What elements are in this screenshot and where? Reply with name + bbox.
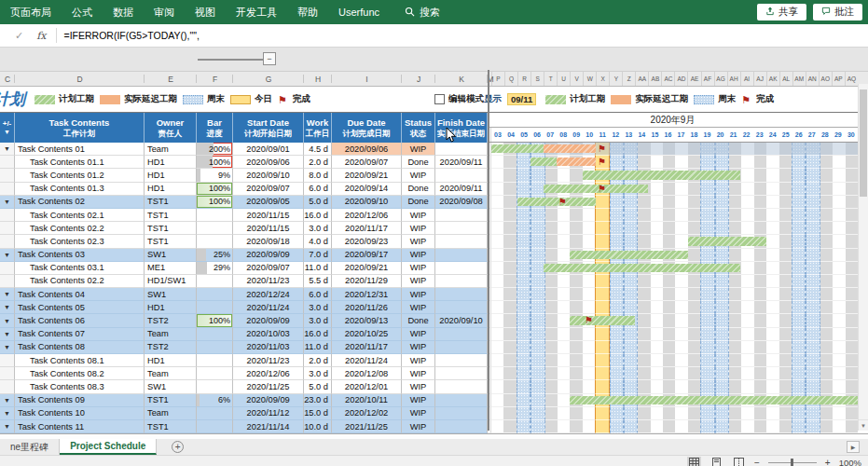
cell-work-days[interactable]: 3.0 d bbox=[304, 367, 332, 380]
table-header-toggle[interactable]: +/-▼ bbox=[0, 113, 15, 143]
sheet-tab-1[interactable]: Project Schedule bbox=[60, 439, 157, 455]
cell-due-date[interactable]: 2020/11/24 bbox=[332, 354, 402, 367]
cell-task[interactable]: Task Contents 08.3 bbox=[15, 380, 145, 393]
cell-progress-bar[interactable] bbox=[197, 420, 233, 433]
cell-owner[interactable]: HD1 bbox=[145, 183, 197, 196]
column-header-C[interactable]: C bbox=[5, 72, 10, 86]
cell-progress-bar[interactable] bbox=[197, 341, 233, 354]
day-header-23[interactable]: 23 bbox=[753, 128, 766, 142]
column-header-D[interactable]: D bbox=[76, 72, 82, 86]
zoom-slider[interactable] bbox=[768, 462, 817, 463]
cell-status[interactable]: WIP bbox=[402, 394, 435, 407]
cell-due-date[interactable]: 2021/11/25 bbox=[332, 420, 402, 433]
cell-owner[interactable]: TST1 bbox=[145, 420, 197, 433]
day-header-13[interactable]: 13 bbox=[622, 128, 635, 142]
column-header-K[interactable]: K bbox=[459, 72, 464, 86]
table-header-start[interactable]: Start Date计划开始日期 bbox=[233, 113, 304, 143]
display-date-chip[interactable]: 09/11 bbox=[507, 93, 536, 105]
gantt-row[interactable] bbox=[491, 209, 858, 222]
cell-status[interactable]: WIP bbox=[402, 169, 435, 182]
cell-status[interactable]: Done bbox=[402, 314, 435, 327]
cell-progress-bar[interactable]: 29% bbox=[197, 262, 233, 275]
tab-scroll-right-button[interactable]: ▶ bbox=[847, 441, 860, 453]
day-header-30[interactable]: 30 bbox=[845, 128, 858, 142]
gantt-row[interactable] bbox=[491, 367, 858, 380]
cell-finish-date[interactable] bbox=[435, 222, 488, 235]
table-header-task[interactable]: Task Contents工作计划 bbox=[15, 113, 145, 143]
column-header-AQ[interactable]: AQ bbox=[845, 72, 858, 86]
table-header-finish[interactable]: Finish Date实际结束日期 bbox=[435, 113, 488, 143]
column-header-X[interactable]: X bbox=[596, 72, 609, 86]
cell-start-date[interactable]: 2020/10/03 bbox=[233, 328, 304, 341]
cell-work-days[interactable]: 3.0 d bbox=[304, 301, 332, 314]
day-header-29[interactable]: 29 bbox=[832, 128, 845, 142]
cell-work-days[interactable]: 2.0 d bbox=[304, 354, 332, 367]
day-header-19[interactable]: 19 bbox=[701, 128, 714, 142]
column-header-F[interactable]: F bbox=[213, 72, 217, 86]
cell-owner[interactable]: TST1 bbox=[145, 209, 197, 222]
day-header-12[interactable]: 12 bbox=[609, 128, 622, 142]
ribbon-tab-0[interactable]: 页面布局 bbox=[0, 0, 62, 24]
cell-work-days[interactable]: 5.5 d bbox=[304, 275, 332, 288]
cell-finish-date[interactable] bbox=[435, 275, 488, 288]
gantt-row[interactable]: ⚑ bbox=[491, 314, 858, 327]
gantt-row[interactable] bbox=[491, 301, 858, 314]
cell-status[interactable]: WIP bbox=[402, 209, 435, 222]
cell-work-days[interactable]: 6.0 d bbox=[304, 183, 332, 196]
zoom-slider-thumb[interactable] bbox=[791, 459, 793, 466]
gantt-row[interactable] bbox=[491, 328, 858, 341]
column-header-J[interactable]: J bbox=[417, 72, 420, 86]
cell-start-date[interactable]: 2020/12/24 bbox=[233, 288, 304, 301]
cell-work-days[interactable]: 4.0 d bbox=[304, 235, 332, 248]
cell-due-date[interactable]: 2020/10/25 bbox=[332, 328, 402, 341]
gantt-row[interactable]: ⚑ bbox=[491, 183, 858, 196]
column-header-AF[interactable]: AF bbox=[701, 72, 714, 86]
cell-work-days[interactable]: 5.0 d bbox=[304, 380, 332, 393]
day-header-18[interactable]: 18 bbox=[687, 128, 700, 142]
cell-task[interactable]: Task Contents 01.1 bbox=[15, 156, 145, 169]
cell-task[interactable]: Task Contents 04 bbox=[15, 288, 145, 301]
zoom-level[interactable]: 100% bbox=[839, 458, 861, 466]
cell-start-date[interactable]: 2020/09/09 bbox=[233, 394, 304, 407]
page-break-view-button[interactable] bbox=[732, 457, 746, 466]
cell-start-date[interactable]: 2020/11/12 bbox=[233, 407, 304, 420]
scroll-slider-button[interactable]: − bbox=[263, 52, 276, 65]
column-header-H[interactable]: H bbox=[315, 72, 321, 86]
cell-progress-bar[interactable] bbox=[197, 235, 233, 248]
cell-progress-bar[interactable] bbox=[197, 275, 233, 288]
cell-status[interactable]: Done bbox=[402, 196, 435, 209]
cell-start-date[interactable]: 2020/11/25 bbox=[233, 380, 304, 393]
cell-start-date[interactable]: 2020/12/06 bbox=[233, 367, 304, 380]
cell-owner[interactable]: TST2 bbox=[145, 314, 197, 327]
day-header-25[interactable]: 25 bbox=[779, 128, 792, 142]
normal-view-button[interactable] bbox=[687, 457, 701, 466]
day-header-21[interactable]: 21 bbox=[727, 128, 740, 142]
cell-start-date[interactable]: 2021/11/14 bbox=[233, 420, 304, 433]
comments-button[interactable]: 批注 bbox=[813, 4, 862, 21]
page-layout-view-button[interactable] bbox=[710, 457, 723, 466]
share-button[interactable]: 共享 bbox=[757, 4, 806, 21]
cell-status[interactable]: WIP bbox=[402, 222, 435, 235]
cell-owner[interactable]: Team bbox=[145, 407, 197, 420]
day-header-05[interactable]: 05 bbox=[517, 128, 530, 142]
collapse-toggle-icon[interactable]: ▼ bbox=[0, 420, 15, 433]
column-header-S[interactable]: S bbox=[530, 72, 544, 86]
collapse-toggle-icon[interactable]: ▼ bbox=[0, 143, 15, 156]
cell-finish-date[interactable] bbox=[435, 235, 488, 248]
column-header-AO[interactable]: AO bbox=[819, 72, 832, 86]
column-header-U[interactable]: U bbox=[557, 72, 570, 86]
column-header-AD[interactable]: AD bbox=[674, 72, 687, 86]
table-header-owner[interactable]: Owner责任人 bbox=[145, 113, 197, 143]
column-header-AI[interactable]: AI bbox=[740, 72, 753, 86]
cell-progress-bar[interactable] bbox=[197, 407, 233, 420]
cell-owner[interactable]: SW1 bbox=[145, 288, 197, 301]
cell-work-days[interactable]: 10.0 d bbox=[304, 420, 332, 433]
cell-owner[interactable]: ME1 bbox=[145, 262, 197, 275]
cell-due-date[interactable]: 2020/12/01 bbox=[332, 380, 402, 393]
day-header-10[interactable]: 10 bbox=[583, 128, 596, 142]
fx-icon[interactable]: fx bbox=[36, 30, 46, 42]
column-header-AN[interactable]: AN bbox=[806, 72, 819, 86]
cell-start-date[interactable]: 2020/11/15 bbox=[233, 209, 304, 222]
day-header-24[interactable]: 24 bbox=[766, 128, 779, 142]
column-header-AH[interactable]: AH bbox=[727, 72, 740, 86]
